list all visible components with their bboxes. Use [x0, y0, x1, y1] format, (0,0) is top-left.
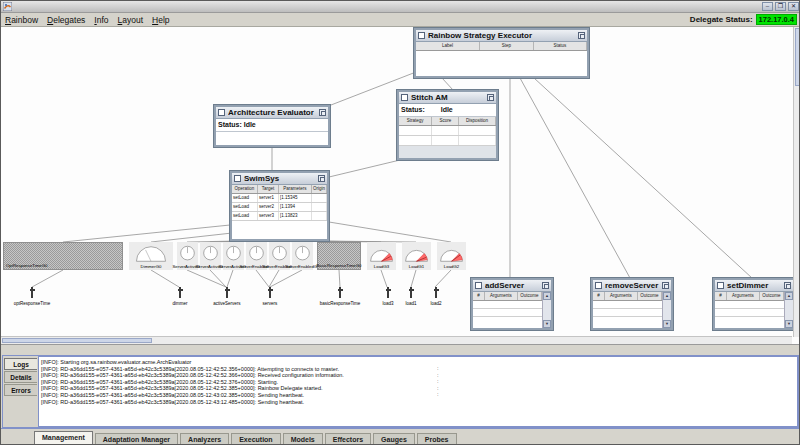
- stitch-empty-row[interactable]: [399, 136, 496, 146]
- table-row[interactable]: [473, 301, 542, 309]
- status-label: Status:: [401, 106, 425, 113]
- scrollbar-thumb[interactable]: [795, 28, 800, 86]
- frame-set-dimmer-titlebar[interactable]: setDimmer: [715, 280, 793, 292]
- scroll-up-icon[interactable]: ▲: [663, 292, 671, 300]
- evaluator-status-line: Status: Idle: [216, 119, 328, 132]
- stitch-status-line: Status: Idle: [399, 104, 496, 117]
- tab-adaptation-manager[interactable]: Adaptation Manager: [95, 433, 178, 445]
- scroll-up-icon[interactable]: ▲: [785, 292, 793, 300]
- maximize-frame-icon[interactable]: [662, 282, 669, 289]
- maximize-frame-icon[interactable]: [487, 94, 494, 101]
- frame-add-server-titlebar[interactable]: addServer: [473, 280, 551, 292]
- close-button[interactable]: ✕: [788, 2, 799, 11]
- frame-title: Rainbow Strategy Executor: [428, 31, 575, 40]
- table-row[interactable]: [473, 309, 542, 317]
- menu-help[interactable]: Help: [152, 15, 169, 25]
- probe-load2: load2: [408, 287, 464, 306]
- add-server-scrollbar[interactable]: ▲ ▼: [542, 292, 551, 328]
- gauge-load-2[interactable]: LoadG2: [437, 242, 466, 270]
- tab-models[interactable]: Models: [283, 433, 323, 445]
- load-dial-icon: [367, 244, 396, 264]
- swimsys-row[interactable]: setLoadserver3 [1.13823: [232, 212, 327, 221]
- executor-table-body: [416, 51, 587, 76]
- tab-details[interactable]: Details: [4, 371, 37, 383]
- load-dial-icon: [437, 244, 466, 264]
- menu-delegates[interactable]: Delegates: [47, 15, 85, 25]
- scrollbar-thumb[interactable]: [2, 338, 152, 343]
- desktop-vertical-scrollbar[interactable]: [793, 27, 800, 337]
- swimsys-row[interactable]: setLoadserver1 [1.15345: [232, 194, 327, 203]
- scroll-down-icon[interactable]: ▼: [543, 320, 551, 328]
- maximize-button[interactable]: ❐: [775, 2, 786, 11]
- maximize-frame-icon[interactable]: [542, 282, 549, 289]
- indicator-icon: [200, 244, 221, 264]
- frame-icon: [218, 109, 225, 116]
- window-titlebar[interactable]: – ❐ ✕: [1, 1, 800, 13]
- frame-title: SwimSys: [244, 174, 315, 183]
- menu-bar: Rainbow Delegates Info Layout Help Deleg…: [1, 13, 800, 27]
- indicator-icon: [269, 244, 290, 264]
- maximize-frame-icon[interactable]: [318, 175, 325, 182]
- frame-swimsys-titlebar[interactable]: SwimSys: [232, 173, 327, 185]
- probe-icon[interactable]: [269, 287, 271, 298]
- tab-probes[interactable]: Probes: [417, 433, 457, 445]
- gauge-load-1[interactable]: LoadG1: [402, 242, 431, 270]
- tab-management[interactable]: Management: [34, 431, 93, 445]
- rainbow-app-window: – ❐ ✕ Rainbow Delegates Info Layout Help…: [0, 0, 800, 445]
- gauge-load-3[interactable]: LoadG3: [367, 242, 396, 270]
- frame-title: removeServer: [605, 281, 659, 290]
- gauge-dimmer-dial[interactable]: DimmerG0: [129, 242, 173, 270]
- stitch-empty-row[interactable]: [399, 126, 496, 136]
- tab-logs[interactable]: Logs: [4, 358, 37, 370]
- probe-icon[interactable]: [31, 287, 33, 298]
- log-line: [INFO]: RD-a36dd155-e057-4361-a65d-eb42c…: [41, 379, 797, 386]
- menu-info[interactable]: Info: [94, 15, 108, 25]
- table-row[interactable]: [593, 309, 662, 317]
- col-status: Status: [534, 42, 587, 50]
- frame-swimsys: SwimSys Operation Target Parameters Orig…: [230, 171, 329, 241]
- probe-icon[interactable]: [226, 287, 228, 298]
- remove-server-scrollbar[interactable]: ▲ ▼: [662, 292, 671, 328]
- frame-stitch-am-titlebar[interactable]: Stitch AM: [399, 92, 496, 104]
- frame-title: setDimmer: [727, 281, 781, 290]
- probe-icon[interactable]: [179, 287, 181, 298]
- indicator-icon: [292, 244, 313, 264]
- log-line: [INFO]: RD-a36dd155-e057-4361-a65d-eb42c…: [41, 385, 797, 392]
- menu-rainbow[interactable]: Rainbow: [5, 15, 38, 25]
- scroll-down-icon[interactable]: ▼: [785, 320, 793, 328]
- table-row[interactable]: [593, 301, 662, 309]
- col-label: Label: [416, 42, 480, 50]
- frame-title: Architecture Evaluator: [228, 108, 316, 117]
- frame-strategy-executor: Rainbow Strategy Executor Label Step Sta…: [414, 28, 589, 78]
- tab-analyzers[interactable]: Analyzers: [180, 433, 229, 445]
- col-origin: Origin: [312, 185, 327, 193]
- maximize-frame-icon[interactable]: [319, 109, 326, 116]
- table-row[interactable]: [715, 301, 784, 309]
- maximize-frame-icon[interactable]: [578, 32, 585, 39]
- gauge-basic-response-time[interactable]: BasicResponseTimeG0: [317, 242, 361, 270]
- frame-title: Stitch AM: [411, 93, 484, 102]
- tab-execution[interactable]: Execution: [231, 433, 280, 445]
- minimize-button[interactable]: –: [762, 2, 773, 11]
- tab-effectors[interactable]: Effectors: [325, 433, 371, 445]
- scroll-down-icon[interactable]: ▼: [663, 320, 671, 328]
- log-text-area[interactable]: [INFO]: Starting org.sa.rainbow.evaluato…: [38, 356, 798, 427]
- desktop-horizontal-scrollbar[interactable]: [1, 336, 792, 344]
- tab-gauges[interactable]: Gauges: [373, 433, 415, 445]
- status-value: Idle: [441, 106, 453, 113]
- swimsys-row[interactable]: setLoadserver2 [1.1394: [232, 203, 327, 212]
- probe-icon[interactable]: [339, 287, 341, 298]
- probe-icon[interactable]: [435, 287, 437, 298]
- menu-layout[interactable]: Layout: [118, 15, 144, 25]
- gauge-opt-response-time[interactable]: OptResponseTimeG0: [3, 242, 123, 270]
- frame-strategy-executor-titlebar[interactable]: Rainbow Strategy Executor: [416, 30, 587, 42]
- scroll-up-icon[interactable]: ▲: [543, 292, 551, 300]
- frame-icon: [418, 32, 425, 39]
- gauge-server-enabled-2[interactable]: ServerEnabledG2: [292, 242, 313, 270]
- table-row[interactable]: [715, 309, 784, 317]
- frame-arch-evaluator-titlebar[interactable]: Architecture Evaluator: [216, 107, 328, 119]
- tab-errors[interactable]: Errors: [4, 384, 37, 396]
- frame-remove-server-titlebar[interactable]: removeServer: [593, 280, 671, 292]
- set-dimmer-scrollbar[interactable]: ▲ ▼: [784, 292, 793, 328]
- maximize-frame-icon[interactable]: [784, 282, 791, 289]
